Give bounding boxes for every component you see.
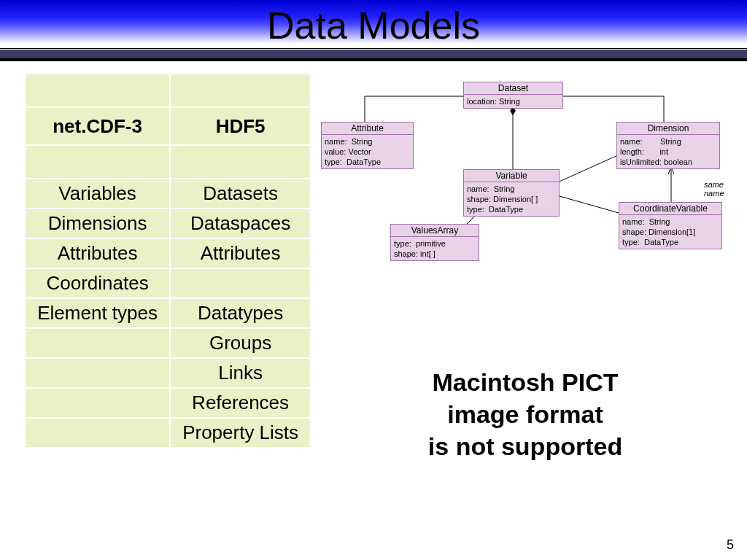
table-cell: Datatypes [169,299,310,329]
table-header-hdf5: HDF5 [169,108,310,146]
page-title: Data Models [267,4,480,47]
table-cell [26,359,169,389]
uml-box-coordvar: CoordinateVariable name: String shape: D… [619,202,722,249]
table-cell: Attributes [26,239,169,269]
table-blank [26,74,169,108]
uml-body: location: String [464,95,562,108]
uml-box-valuesarray: ValuesArray type: primitive shape: int[ … [390,224,479,261]
table-cell: Element types [26,299,169,329]
table-cell: Attributes [169,239,310,269]
comparison-table: net.CDF-3 HDF5 VariablesDatasets Dimensi… [26,74,310,534]
table-blank [169,146,310,179]
uml-title: Dataset [464,82,562,95]
uml-box-attribute: Attribute name: String value: Vector typ… [321,122,414,169]
pict-line: image format [447,400,603,428]
table-cell: Dimensions [26,209,169,239]
table-header-netcdf: net.CDF-3 [26,108,169,146]
uml-body: name: String shape: Dimension[1] type: D… [619,215,721,249]
table-cell: Dataspaces [169,209,310,239]
table-cell: Datasets [169,179,310,209]
title-bar: Data Models [0,0,747,61]
content-area: net.CDF-3 HDF5 VariablesDatasets Dimensi… [0,61,747,534]
table-blank [26,146,169,179]
uml-title: Dimension [617,122,719,135]
table-cell: References [169,389,310,419]
uml-title: Attribute [322,122,413,135]
table-cell [26,389,169,419]
table-cell: Coordinates [26,269,169,299]
table-cell [26,419,169,448]
table-blank [169,74,310,108]
table-cell: Groups [169,329,310,359]
table-cell [26,329,169,359]
pict-unsupported-message: Macintosh PICT image format is not suppo… [321,366,729,462]
uml-body: name: String length: int isUnlimited: bo… [617,135,719,168]
uml-title: Variable [464,170,559,182]
diagram-area: Dataset location: String Attribute name:… [321,74,729,534]
uml-body: name: String value: Vector type: DataTyp… [322,135,413,168]
uml-title: CoordinateVariable [619,203,721,215]
uml-box-dimension: Dimension name: String length: int isUnl… [616,122,720,169]
uml-body: name: String shape: Dimension[ ] type: D… [464,182,559,216]
uml-body: type: primitive shape: int[ ] [391,237,479,260]
uml-box-variable: Variable name: String shape: Dimension[ … [463,169,560,217]
table-cell: Property Lists [169,419,310,448]
uml-box-dataset: Dataset location: String [463,82,563,109]
table-cell [169,269,310,299]
uml-title: ValuesArray [391,225,479,237]
table-cell: Links [169,359,310,389]
page-number: 5 [727,537,734,553]
table-cell: Variables [26,179,169,209]
diagram-note: same name [704,180,729,198]
pict-line: Macintosh PICT [432,368,618,396]
pict-line: is not supported [428,432,622,460]
